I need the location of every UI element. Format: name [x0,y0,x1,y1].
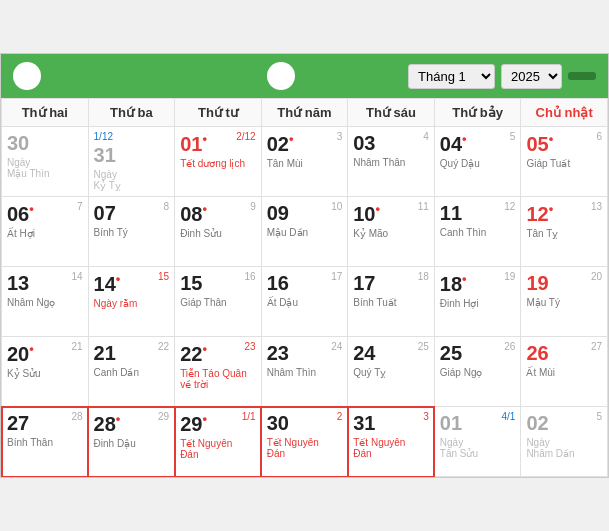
lunar-number: 8 [164,201,170,212]
calendar-cell[interactable]: 2728Bính Thân [2,407,89,477]
day-number: 05• [526,131,553,156]
lunar-day-name: Giáp Ngọ [440,367,516,378]
lunar-number: 1/1 [242,411,256,422]
day-number: 30 [7,131,29,155]
calendar-cell[interactable]: 01•2/12Tết dương lịch [175,127,262,197]
weekday-wed: Thứ tư [175,99,262,127]
calendar-cell[interactable]: 12•13Tân Tỵ [521,197,608,267]
lunar-number: 7 [77,201,83,212]
lunar-number: 4/1 [501,411,515,422]
day-number: 31 [353,411,375,435]
calendar-cell[interactable]: 10•11Kỷ Mão [348,197,435,267]
calendar-cell[interactable]: 302Tết Nguyên Đán [261,407,348,477]
lunar-day-name: Ngày Tân Sửu [440,437,516,459]
calendar-cell[interactable]: 2122Canh Dần [88,337,175,407]
calendar-cell[interactable]: 08•9Đinh Sửu [175,197,262,267]
day-number: 02• [267,131,294,156]
calendar-cell[interactable]: 2627Ất Mùi [521,337,608,407]
lunar-day-name: Tết Nguyên Đán [267,437,343,459]
calendar-cell[interactable]: 20•21Kỷ Sửu [2,337,89,407]
calendar-row: 06•7Ất Hợi078Bính Tý08•9Đinh Sửu0910Mậu … [2,197,608,267]
lunar-top: 1/12 [94,131,116,143]
event-dot: • [202,411,207,426]
lunar-number: 6 [596,131,602,142]
next-month-button[interactable] [267,62,295,90]
lunar-number: 19 [504,271,515,282]
day-number: 25 [440,341,462,365]
day-number: 01 [440,411,462,435]
event-dot: • [116,411,121,426]
lunar-number: 2/12 [236,131,255,142]
calendar-row: 30Ngày Mậu Thìn1/1231Ngày Kỷ Tỵ01•2/12Tế… [2,127,608,197]
calendar-cell[interactable]: 28•29Đinh Dậu [88,407,175,477]
lunar-day-name: Ất Mùi [526,367,602,378]
day-number: 27 [7,411,29,435]
lunar-number: 18 [418,271,429,282]
calendar-cell[interactable]: 18•19Đinh Hợi [434,267,521,337]
event-dot: • [29,341,34,356]
day-number: 01• [180,131,207,156]
year-select[interactable]: 2023202420252026 [501,64,562,89]
day-number: 29• [180,411,207,436]
lunar-day-name: Ngày rằm [94,298,170,309]
event-dot: • [202,201,207,216]
lunar-day-name: Bính Tý [94,227,170,238]
event-dot: • [376,201,381,216]
day-number: 06• [7,201,34,226]
day-number: 26 [526,341,548,365]
lunar-number: 29 [158,411,169,422]
lunar-day-name: Ất Hợi [7,228,83,239]
calendar-cell[interactable]: 04•5Quý Dậu [434,127,521,197]
prev-month-button[interactable] [13,62,41,90]
calendar-cell[interactable]: 1314Nhâm Ngọ [2,267,89,337]
weekday-mon: Thứ hai [2,99,89,127]
calendar-cell[interactable]: 05•6Giáp Tuất [521,127,608,197]
calendar-cell[interactable]: 2526Giáp Ngọ [434,337,521,407]
weekday-sat: Thứ bảy [434,99,521,127]
calendar-cell[interactable]: 014/1Ngày Tân Sửu [434,407,521,477]
calendar-cell[interactable]: 30Ngày Mậu Thìn [2,127,89,197]
day-number: 20• [7,341,34,366]
calendar-cell[interactable]: 078Bính Tý [88,197,175,267]
calendar-cell[interactable]: 1617Ất Dậu [261,267,348,337]
lunar-number: 2 [337,411,343,422]
calendar-cell[interactable]: 2425Quý Tỵ [348,337,435,407]
month-select[interactable]: Tháng 1Tháng 2Tháng 3 Tháng 4Tháng 5Thán… [408,64,495,89]
lunar-day-name: Mậu Dần [267,227,343,238]
lunar-day-name: Tân Tỵ [526,228,602,239]
day-number: 15 [180,271,202,295]
lunar-number: 17 [331,271,342,282]
day-number: 17 [353,271,375,295]
calendar-header: Tháng 1Tháng 2Tháng 3 Tháng 4Tháng 5Thán… [1,54,608,98]
calendar-cell[interactable]: 034Nhâm Thân [348,127,435,197]
lunar-day-name: Tết dương lịch [180,158,256,169]
lunar-number: 4 [423,131,429,142]
calendar-cell[interactable]: 06•7Ất Hợi [2,197,89,267]
lunar-day-name: Bính Tuất [353,297,429,308]
calendar-cell[interactable]: 02•3Tân Mùi [261,127,348,197]
calendar-cell[interactable]: 0910Mậu Dần [261,197,348,267]
calendar-cell[interactable]: 22•23Tiễn Táo Quân về trời [175,337,262,407]
lunar-number: 23 [245,341,256,352]
lunar-day-name: Quý Tỵ [353,367,429,378]
calendar-cell[interactable]: 025Ngày Nhâm Dần [521,407,608,477]
day-number: 19 [526,271,548,295]
event-dot: • [289,131,294,146]
lunar-day-name: Canh Dần [94,367,170,378]
day-number: 03 [353,131,375,155]
calendar-cell[interactable]: 1920Mậu Tý [521,267,608,337]
calendar-cell[interactable]: 14•15Ngày rằm [88,267,175,337]
view-button[interactable] [568,72,596,80]
calendar-cell[interactable]: 1112Canh Thìn [434,197,521,267]
calendar-cell[interactable]: 313Tết Nguyên Đán [348,407,435,477]
calendar-cell[interactable]: 1516Giáp Thân [175,267,262,337]
calendar-cell[interactable]: 29•1/1Tết Nguyên Đán [175,407,262,477]
calendar-cell[interactable]: 1718Bính Tuất [348,267,435,337]
weekday-fri: Thứ sáu [348,99,435,127]
lunar-day-name: Nhâm Thân [353,157,429,168]
calendar-cell[interactable]: 2324Nhâm Thìn [261,337,348,407]
lunar-number: 5 [510,131,516,142]
calendar-cell[interactable]: 1/1231Ngày Kỷ Tỵ [88,127,175,197]
lunar-day-name: Tết Nguyên Đán [353,437,429,459]
event-dot: • [29,201,34,216]
